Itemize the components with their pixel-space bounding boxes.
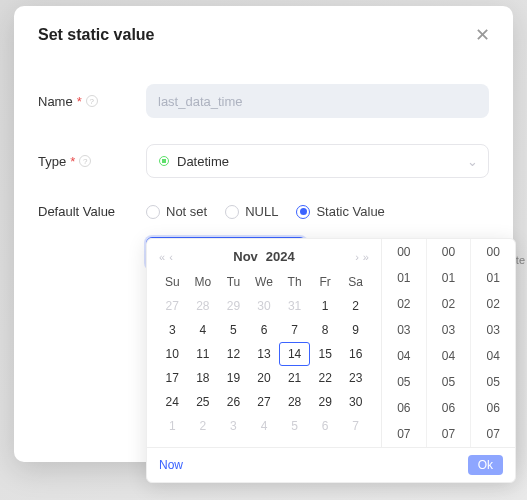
required-asterisk: * — [77, 94, 82, 109]
nav-prev[interactable]: «‹ — [159, 251, 173, 263]
time-cell[interactable]: 02 — [471, 291, 515, 317]
time-cell[interactable]: 01 — [471, 265, 515, 291]
radio-null-label: NULL — [245, 204, 278, 219]
day-cell[interactable]: 11 — [188, 342, 219, 366]
day-cell[interactable]: 28 — [279, 390, 310, 414]
type-select[interactable]: Datetime ⌄ — [146, 144, 489, 178]
info-icon: ? — [86, 95, 98, 107]
day-cell[interactable]: 29 — [310, 390, 341, 414]
month-year-label[interactable]: Nov2024 — [233, 249, 294, 264]
radio-null[interactable]: NULL — [225, 204, 278, 219]
weekday-label: Sa — [340, 270, 371, 294]
time-cell[interactable]: 03 — [382, 317, 426, 343]
day-cell[interactable]: 2 — [188, 414, 219, 438]
ok-button[interactable]: Ok — [468, 455, 503, 475]
day-cell[interactable]: 12 — [218, 342, 249, 366]
time-column: 0001020304050607 — [426, 239, 471, 447]
time-cell[interactable]: 06 — [471, 395, 515, 421]
day-cell[interactable]: 21 — [279, 366, 310, 390]
time-cell[interactable]: 03 — [427, 317, 471, 343]
time-cell[interactable]: 04 — [427, 343, 471, 369]
day-cell[interactable]: 1 — [310, 294, 341, 318]
time-cell[interactable]: 07 — [471, 421, 515, 447]
time-cell[interactable]: 02 — [382, 291, 426, 317]
prev-year-icon: « — [159, 251, 165, 263]
day-cell[interactable]: 7 — [340, 414, 371, 438]
radio-static-label: Static Value — [316, 204, 384, 219]
time-cell[interactable]: 01 — [382, 265, 426, 291]
day-cell[interactable]: 28 — [188, 294, 219, 318]
day-cell[interactable]: 25 — [188, 390, 219, 414]
time-column: 0001020304050607 — [470, 239, 515, 447]
next-year-icon: » — [363, 251, 369, 263]
day-cell[interactable]: 20 — [249, 366, 280, 390]
close-icon[interactable]: ✕ — [471, 24, 493, 46]
name-input[interactable] — [146, 84, 489, 118]
day-cell[interactable]: 6 — [310, 414, 341, 438]
day-cell[interactable]: 19 — [218, 366, 249, 390]
day-cell[interactable]: 23 — [340, 366, 371, 390]
weekday-label: Th — [279, 270, 310, 294]
weekday-label: We — [249, 270, 280, 294]
day-cell[interactable]: 1 — [157, 414, 188, 438]
nav-next[interactable]: ›» — [355, 251, 369, 263]
radio-not-set[interactable]: Not set — [146, 204, 207, 219]
default-value-radios: Not set NULL Static Value — [146, 204, 489, 219]
time-cell[interactable]: 06 — [427, 395, 471, 421]
day-cell[interactable]: 27 — [249, 390, 280, 414]
day-cell[interactable]: 2 — [340, 294, 371, 318]
weekday-label: Su — [157, 270, 188, 294]
radio-static-value[interactable]: Static Value — [296, 204, 384, 219]
time-cell[interactable]: 05 — [471, 369, 515, 395]
day-cell[interactable]: 31 — [279, 294, 310, 318]
day-cell[interactable]: 6 — [249, 318, 280, 342]
day-cell[interactable]: 7 — [279, 318, 310, 342]
day-cell[interactable]: 26 — [218, 390, 249, 414]
time-cell[interactable]: 02 — [427, 291, 471, 317]
day-cell[interactable]: 3 — [157, 318, 188, 342]
day-cell[interactable]: 8 — [310, 318, 341, 342]
day-cell[interactable]: 24 — [157, 390, 188, 414]
time-cell[interactable]: 03 — [471, 317, 515, 343]
day-cell[interactable]: 18 — [188, 366, 219, 390]
time-cell[interactable]: 07 — [427, 421, 471, 447]
day-cell[interactable]: 30 — [249, 294, 280, 318]
day-cell[interactable]: 13 — [249, 342, 280, 366]
calendar-panel: «‹ Nov2024 ›» SuMoTuWeThFrSa272829303112… — [147, 239, 381, 447]
now-button[interactable]: Now — [159, 458, 183, 472]
chevron-down-icon: ⌄ — [467, 154, 478, 169]
weekday-label: Fr — [310, 270, 341, 294]
day-cell[interactable]: 5 — [279, 414, 310, 438]
day-cell[interactable]: 16 — [340, 342, 371, 366]
time-cell[interactable]: 00 — [382, 239, 426, 265]
type-value: Datetime — [177, 154, 229, 169]
day-cell[interactable]: 17 — [157, 366, 188, 390]
time-cell[interactable]: 04 — [471, 343, 515, 369]
day-cell[interactable]: 14 — [279, 342, 310, 366]
calendar-grid: SuMoTuWeThFrSa27282930311234567891011121… — [157, 270, 371, 438]
day-cell[interactable]: 3 — [218, 414, 249, 438]
modal-title: Set static value — [38, 26, 489, 44]
day-cell[interactable]: 27 — [157, 294, 188, 318]
time-panel: 0001020304050607000102030405060700010203… — [381, 239, 515, 447]
time-cell[interactable]: 01 — [427, 265, 471, 291]
day-cell[interactable]: 5 — [218, 318, 249, 342]
day-cell[interactable]: 4 — [188, 318, 219, 342]
day-cell[interactable]: 9 — [340, 318, 371, 342]
weekday-label: Tu — [218, 270, 249, 294]
time-cell[interactable]: 05 — [382, 369, 426, 395]
day-cell[interactable]: 29 — [218, 294, 249, 318]
day-cell[interactable]: 4 — [249, 414, 280, 438]
time-cell[interactable]: 07 — [382, 421, 426, 447]
day-cell[interactable]: 30 — [340, 390, 371, 414]
time-cell[interactable]: 06 — [382, 395, 426, 421]
time-cell[interactable]: 05 — [427, 369, 471, 395]
day-cell[interactable]: 22 — [310, 366, 341, 390]
datetime-type-icon — [159, 156, 169, 166]
time-cell[interactable]: 04 — [382, 343, 426, 369]
time-cell[interactable]: 00 — [471, 239, 515, 265]
next-month-icon: › — [355, 251, 359, 263]
day-cell[interactable]: 15 — [310, 342, 341, 366]
day-cell[interactable]: 10 — [157, 342, 188, 366]
time-cell[interactable]: 00 — [427, 239, 471, 265]
